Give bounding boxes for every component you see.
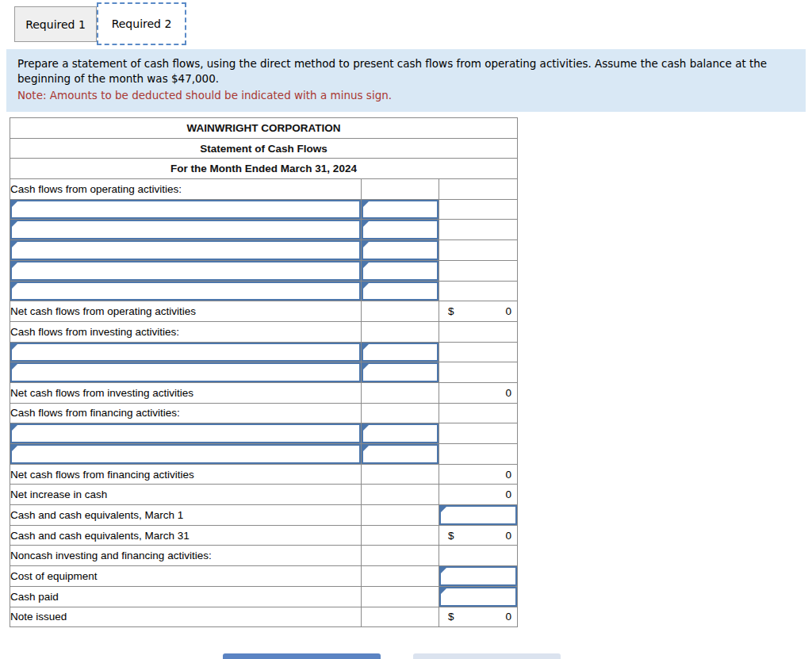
subtotal-financing-value: 0 — [506, 469, 512, 481]
empty-cell — [439, 423, 518, 444]
subtotal-operating-value: 0 — [506, 305, 512, 317]
operating-amount-input-1[interactable] — [362, 200, 439, 220]
empty-cell — [439, 403, 518, 423]
empty-cell — [439, 444, 518, 465]
bottom-nav-button-next[interactable] — [413, 653, 561, 659]
investing-item-cell-2 — [10, 362, 362, 383]
financing-item-cell-2 — [10, 444, 362, 465]
operating-amount-input-5[interactable] — [362, 282, 439, 301]
investing-amount-input-2[interactable] — [362, 362, 439, 382]
investing-item-dropdown-2[interactable] — [10, 362, 361, 382]
empty-cell — [362, 607, 439, 627]
dropdown-marker-icon — [12, 425, 17, 431]
operating-amount-input-2[interactable] — [362, 220, 439, 239]
bottom-nav-button-previous[interactable] — [223, 653, 381, 659]
operating-item-cell-3 — [10, 240, 362, 261]
operating-item-cell-2 — [10, 220, 362, 240]
cash-march1-cell — [439, 505, 518, 526]
operating-item-dropdown-5[interactable] — [10, 282, 361, 301]
empty-cell — [439, 546, 518, 566]
cash-paid-input[interactable] — [439, 587, 517, 607]
empty-cell — [439, 281, 518, 301]
operating-item-dropdown-2[interactable] — [10, 220, 361, 239]
empty-cell — [362, 464, 439, 485]
dropdown-marker-icon — [441, 568, 446, 573]
operating-item-cell-4 — [10, 260, 362, 281]
dropdown-marker-icon — [12, 262, 17, 268]
operating-amount-input-3[interactable] — [362, 240, 439, 260]
dropdown-marker-icon — [363, 364, 369, 370]
subtotal-investing-value: 0 — [506, 387, 512, 399]
operating-amount-cell-5 — [362, 281, 439, 301]
operating-amount-cell-1 — [362, 199, 439, 220]
subtotal-label-operating: Net cash flows from operating activities — [10, 301, 362, 322]
financing-item-dropdown-1[interactable] — [10, 423, 361, 443]
dropdown-marker-icon — [363, 201, 369, 207]
cash-march1-label: Cash and cash equivalents, March 1 — [10, 505, 362, 526]
empty-cell — [362, 505, 439, 526]
investing-amount-cell-2 — [362, 362, 439, 383]
empty-cell — [362, 403, 439, 423]
empty-cell — [362, 546, 439, 566]
instruction-panel: Prepare a statement of cash flows, using… — [6, 49, 806, 112]
instruction-text: Prepare a statement of cash flows, using… — [17, 56, 795, 86]
empty-cell — [439, 240, 518, 261]
dropdown-marker-icon — [12, 201, 17, 207]
cash-march1-input[interactable] — [439, 505, 517, 525]
cash-march31-value: 0 — [506, 530, 512, 542]
investing-item-cell-1 — [10, 342, 362, 362]
empty-cell — [362, 566, 439, 587]
financing-item-cell-1 — [10, 423, 362, 444]
empty-cell — [362, 382, 439, 403]
empty-cell — [362, 586, 439, 607]
dropdown-marker-icon — [363, 344, 369, 350]
investing-amount-input-1[interactable] — [362, 343, 439, 362]
tab-required-1[interactable]: Required 1 — [14, 6, 97, 42]
dropdown-marker-icon — [12, 364, 17, 370]
section-label-operating: Cash flows from operating activities: — [10, 179, 362, 200]
subtotal-label-investing: Net cash flows from investing activities — [10, 382, 362, 403]
statement-subtitle: Statement of Cash Flows — [10, 138, 518, 159]
financing-item-dropdown-2[interactable] — [10, 444, 361, 464]
cash-flow-statement-table: WAINWRIGHT CORPORATION Statement of Cash… — [10, 117, 518, 627]
currency-symbol: $ — [448, 305, 454, 317]
empty-cell — [439, 321, 518, 342]
operating-item-cell-1 — [10, 199, 362, 220]
investing-item-dropdown-1[interactable] — [10, 343, 361, 362]
dropdown-marker-icon — [363, 446, 369, 451]
financing-amount-input-1[interactable] — [362, 423, 439, 443]
empty-cell — [362, 485, 439, 505]
currency-symbol: $ — [448, 530, 454, 542]
section-label-financing: Cash flows from financing activities: — [10, 403, 362, 423]
tab-required-2[interactable]: Required 2 — [97, 2, 186, 45]
dropdown-marker-icon — [363, 242, 369, 247]
operating-item-dropdown-4[interactable] — [10, 261, 361, 281]
cost-of-equipment-label: Cost of equipment — [10, 566, 362, 587]
net-increase-cell: 0 — [439, 485, 518, 505]
dropdown-marker-icon — [12, 221, 17, 227]
financing-amount-cell-1 — [362, 423, 439, 444]
operating-amount-cell-2 — [362, 220, 439, 240]
required-tabs: Required 1 Required 2 — [14, 2, 186, 45]
dropdown-marker-icon — [363, 283, 369, 289]
operating-item-dropdown-1[interactable] — [10, 200, 361, 220]
operating-item-dropdown-3[interactable] — [10, 240, 361, 260]
subtotal-operating-cell: $0 — [439, 301, 518, 322]
financing-amount-input-2[interactable] — [362, 444, 439, 464]
operating-amount-input-4[interactable] — [362, 261, 439, 281]
dropdown-marker-icon — [12, 242, 17, 247]
cost-of-equipment-cell — [439, 566, 518, 587]
empty-cell — [362, 525, 439, 546]
assignment-screen: Required 1 Required 2 Prepare a statemen… — [0, 0, 812, 659]
cost-of-equipment-input[interactable] — [439, 566, 517, 586]
statement-period: For the Month Ended March 31, 2024 — [10, 159, 518, 179]
instruction-note: Note: Amounts to be deducted should be i… — [17, 88, 795, 103]
statement-company-title: WAINWRIGHT CORPORATION — [10, 118, 518, 139]
dropdown-marker-icon — [363, 425, 369, 431]
section-label-investing: Cash flows from investing activities: — [10, 321, 362, 342]
subtotal-investing-cell: 0 — [439, 382, 518, 403]
cash-paid-cell — [439, 586, 518, 607]
empty-cell — [439, 362, 518, 383]
subtotal-label-financing: Net cash flows from financing activities — [10, 464, 362, 485]
dropdown-marker-icon — [12, 283, 17, 289]
